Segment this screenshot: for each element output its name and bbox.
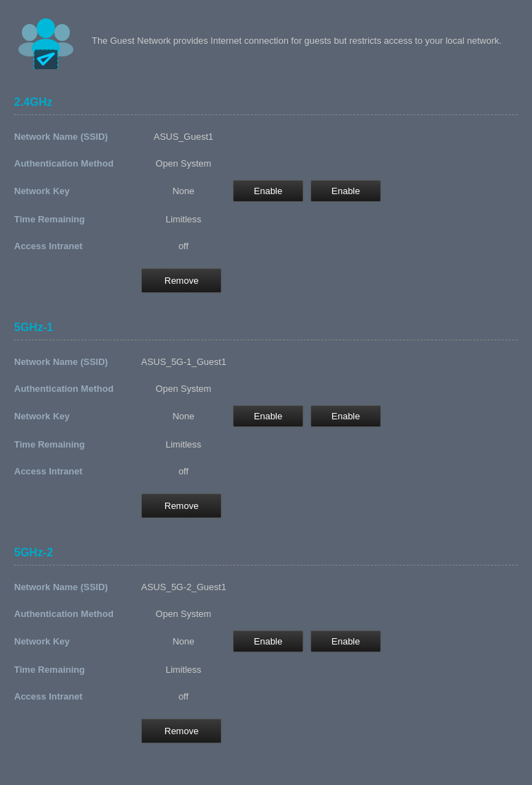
network-key-row-ghz5_2: Network Key None Enable Enable: [14, 630, 518, 652]
auth-method-row-ghz5_2: Authentication Method Open System: [14, 604, 518, 623]
auth-method-label-ghz5_2: Authentication Method: [14, 609, 141, 619]
enable-btn1-ghz24[interactable]: Enable: [233, 180, 303, 202]
time-remaining-value-ghz24: Limitless: [141, 214, 226, 224]
network-name-label-ghz24: Network Name (SSID): [14, 131, 141, 142]
section-ghz5_2: 5GHz-2 Network Name (SSID) ASUS_5G-2_Gue…: [0, 532, 532, 757]
enable-btn1-ghz5_2[interactable]: Enable: [233, 630, 303, 652]
network-name-label-ghz5_1: Network Name (SSID): [14, 356, 141, 367]
time-remaining-row-ghz24: Time Remaining Limitless: [14, 209, 518, 229]
section-divider-ghz5_2: [14, 565, 518, 565]
guest-network-icon: [14, 13, 78, 69]
network-key-value-ghz5_2: None: [141, 636, 226, 647]
section-ghz5_1: 5GHz-1 Network Name (SSID) ASUS_5G-1_Gue…: [0, 307, 532, 532]
svg-point-2: [54, 24, 70, 41]
network-key-label-ghz24: Network Key: [14, 186, 141, 196]
enable-btn2-ghz24[interactable]: Enable: [310, 180, 381, 202]
network-name-row-ghz5_1: Network Name (SSID) ASUS_5G-1_Guest1: [14, 352, 518, 371]
network-name-row-ghz24: Network Name (SSID) ASUS_Guest1: [14, 126, 518, 146]
time-remaining-label-ghz5_2: Time Remaining: [14, 664, 141, 675]
svg-point-4: [37, 18, 55, 38]
section-title-ghz5_2: 5GHz-2: [14, 546, 518, 559]
svg-point-0: [22, 24, 37, 41]
auth-method-value-ghz5_2: Open System: [141, 609, 226, 619]
network-key-value-ghz24: None: [141, 186, 226, 196]
time-remaining-value-ghz5_2: Limitless: [141, 664, 226, 675]
access-intranet-label-ghz5_1: Access Intranet: [14, 466, 141, 477]
section-title-ghz5_1: 5GHz-1: [14, 321, 518, 334]
auth-method-label-ghz5_1: Authentication Method: [14, 383, 141, 394]
auth-method-row-ghz5_1: Authentication Method Open System: [14, 378, 518, 398]
time-remaining-label-ghz5_1: Time Remaining: [14, 439, 141, 450]
network-name-row-ghz5_2: Network Name (SSID) ASUS_5G-2_Guest1: [14, 577, 518, 597]
access-intranet-value-ghz5_1: off: [141, 466, 226, 477]
remove-btn-container-ghz5_1: Remove: [14, 488, 518, 518]
network-key-row-ghz24: Network Key None Enable Enable: [14, 180, 518, 202]
access-intranet-value-ghz5_2: off: [141, 691, 226, 702]
network-key-label-ghz5_2: Network Key: [14, 636, 141, 647]
remove-btn-ghz5_1[interactable]: Remove: [141, 493, 222, 518]
access-intranet-row-ghz5_1: Access Intranet off: [14, 461, 518, 481]
network-name-label-ghz5_2: Network Name (SSID): [14, 582, 141, 592]
section-title-ghz24: 2.4GHz: [14, 96, 518, 109]
time-remaining-label-ghz24: Time Remaining: [14, 214, 141, 224]
section-divider-ghz24: [14, 114, 518, 115]
network-name-value-ghz24: ASUS_Guest1: [141, 131, 226, 142]
time-remaining-row-ghz5_1: Time Remaining Limitless: [14, 434, 518, 454]
auth-method-row-ghz24: Authentication Method Open System: [14, 153, 518, 173]
section-ghz24: 2.4GHz Network Name (SSID) ASUS_Guest1 A…: [0, 82, 532, 307]
access-intranet-row-ghz24: Access Intranet off: [14, 236, 518, 256]
network-key-label-ghz5_1: Network Key: [14, 411, 141, 421]
access-intranet-label-ghz5_2: Access Intranet: [14, 691, 141, 702]
remove-btn-ghz5_2[interactable]: Remove: [141, 719, 222, 743]
header: The Guest Network provides Internet conn…: [0, 0, 532, 82]
access-intranet-row-ghz5_2: Access Intranet off: [14, 686, 518, 706]
time-remaining-row-ghz5_2: Time Remaining Limitless: [14, 659, 518, 679]
header-description: The Guest Network provides Internet conn…: [92, 34, 502, 48]
network-key-value-ghz5_1: None: [141, 411, 226, 421]
enable-btn2-ghz5_1[interactable]: Enable: [310, 405, 381, 427]
enable-btn1-ghz5_1[interactable]: Enable: [233, 405, 303, 427]
remove-btn-container-ghz5_2: Remove: [14, 713, 518, 743]
network-key-row-ghz5_1: Network Key None Enable Enable: [14, 405, 518, 427]
network-name-value-ghz5_1: ASUS_5G-1_Guest1: [141, 356, 226, 367]
access-intranet-label-ghz24: Access Intranet: [14, 241, 141, 251]
remove-btn-container-ghz24: Remove: [14, 263, 518, 293]
enable-btn2-ghz5_2[interactable]: Enable: [310, 630, 381, 652]
auth-method-value-ghz5_1: Open System: [141, 383, 226, 394]
remove-btn-ghz24[interactable]: Remove: [141, 268, 222, 293]
time-remaining-value-ghz5_1: Limitless: [141, 439, 226, 450]
auth-method-label-ghz24: Authentication Method: [14, 158, 141, 169]
network-name-value-ghz5_2: ASUS_5G-2_Guest1: [141, 582, 226, 592]
section-divider-ghz5_1: [14, 340, 518, 340]
auth-method-value-ghz24: Open System: [141, 158, 226, 169]
access-intranet-value-ghz24: off: [141, 241, 226, 251]
